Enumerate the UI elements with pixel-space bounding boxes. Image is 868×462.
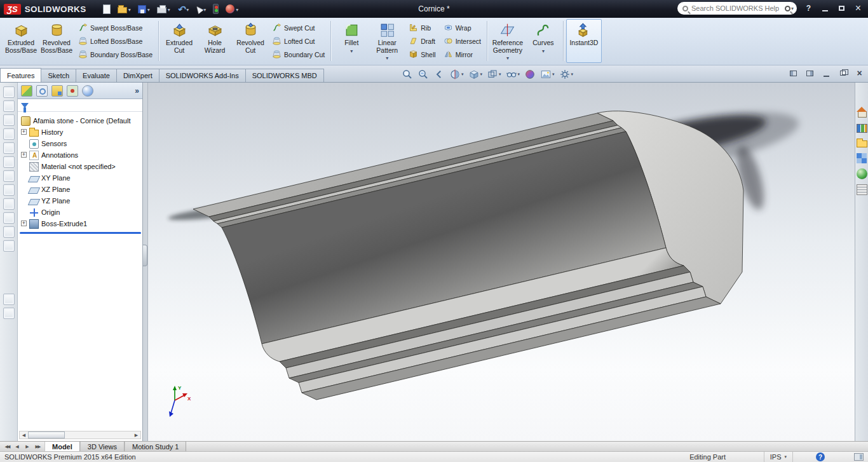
revolved-boss-base-button[interactable]: RevolvedBoss/Base [39, 19, 74, 63]
left-toolbar-icon[interactable] [3, 212, 15, 224]
scroll-right-icon[interactable] [132, 431, 140, 438]
feature-manager-tree-tab[interactable] [21, 85, 32, 97]
shell-button[interactable]: Shell [406, 48, 438, 61]
pane-left-button[interactable] [789, 69, 798, 78]
zoom-to-fit-button[interactable] [400, 67, 414, 81]
left-toolbar-icon[interactable] [3, 114, 15, 126]
next-sheet-icon[interactable] [24, 444, 31, 449]
boundary-boss-base-button[interactable]: Boundary Boss/Base [76, 48, 155, 61]
panel-splitter[interactable] [143, 83, 148, 441]
left-toolbar-icon[interactable] [3, 184, 15, 196]
scrollbar-thumb[interactable] [28, 431, 65, 438]
task-pane-toggle-icon[interactable] [854, 453, 864, 461]
tab-dimxpert[interactable]: DimXpert [116, 69, 159, 82]
view-settings-button[interactable] [558, 67, 575, 81]
expand-icon[interactable] [21, 129, 27, 135]
swept-boss-base-button[interactable]: Swept Boss/Base [76, 22, 155, 34]
tab-solidworks-add-ins[interactable]: SOLIDWORKS Add-Ins [159, 69, 246, 82]
custom-properties-icon[interactable] [857, 184, 867, 195]
lofted-cut-button[interactable]: Lofted Cut [269, 35, 327, 48]
property-manager-tab[interactable] [36, 85, 48, 97]
prev-sheet-icon[interactable] [13, 444, 21, 449]
restore-document-button[interactable] [838, 69, 848, 78]
maximize-button[interactable] [834, 2, 849, 15]
lofted-boss-base-button[interactable]: Lofted Boss/Base [76, 35, 155, 48]
status-help-icon[interactable] [816, 452, 825, 461]
left-toolbar-icon[interactable] [3, 142, 15, 154]
tree-item-material[interactable]: Material <not specified> [19, 161, 142, 172]
first-sheet-icon[interactable] [3, 444, 11, 449]
minimize-button[interactable] [818, 2, 832, 15]
tab-features[interactable]: Features [0, 68, 41, 82]
rib-button[interactable]: Rib [406, 22, 438, 34]
fillet-button[interactable]: Fillet [334, 19, 369, 63]
new-document-button[interactable] [100, 2, 113, 16]
graphics-viewport[interactable]: Y X [148, 83, 855, 441]
section-view-button[interactable] [448, 67, 465, 81]
tree-item-boss-extrude1[interactable]: Boss-Extrude1 [19, 218, 142, 229]
minimize-document-button[interactable] [822, 69, 831, 78]
view-palette-icon[interactable] [857, 153, 862, 158]
close-button[interactable] [851, 2, 865, 15]
tree-item-sensors[interactable]: Sensors [19, 138, 142, 149]
intersect-button[interactable]: Intersect [441, 35, 484, 48]
left-toolbar-icon[interactable] [3, 156, 15, 168]
left-toolbar-icon[interactable] [3, 308, 15, 319]
extruded-boss-base-button[interactable]: ExtrudedBoss/Base [3, 19, 39, 63]
print-button[interactable] [154, 2, 173, 16]
open-button[interactable] [115, 2, 133, 16]
appearances-icon[interactable] [857, 168, 867, 179]
file-explorer-icon[interactable] [857, 140, 867, 147]
search-submit-button[interactable] [785, 6, 794, 11]
instant3d-button[interactable]: Instant3D [566, 19, 602, 63]
units-selector[interactable]: IPS [764, 452, 793, 462]
hide-show-items-button[interactable] [505, 67, 522, 81]
tab-motion-study-1[interactable]: Motion Study 1 [125, 442, 186, 451]
rebuild-button[interactable] [210, 2, 221, 16]
curves-button[interactable]: Curves [526, 19, 561, 63]
left-toolbar-icon[interactable] [3, 294, 15, 305]
tab-3d-views[interactable]: 3D Views [80, 442, 125, 451]
revolved-cut-button[interactable]: RevolvedCut [233, 19, 268, 63]
last-sheet-icon[interactable] [34, 444, 41, 449]
tab-solidworks-mbd[interactable]: SOLIDWORKS MBD [245, 69, 324, 82]
expand-icon[interactable] [21, 221, 27, 226]
panel-horizontal-scrollbar[interactable] [19, 431, 141, 439]
select-button[interactable] [193, 2, 208, 16]
boundary-cut-button[interactable]: Boundary Cut [269, 48, 327, 61]
close-document-button[interactable] [855, 69, 864, 78]
solidworks-resources-icon[interactable] [857, 107, 867, 118]
swept-cut-button[interactable]: Swept Cut [269, 22, 327, 34]
zoom-to-area-button[interactable] [416, 67, 430, 81]
help-search-input[interactable]: Search SOLIDWORKS Help [677, 2, 797, 15]
previous-view-button[interactable] [432, 67, 446, 81]
undo-button[interactable]: ↶ [175, 2, 192, 16]
edit-appearance-button[interactable] [523, 67, 537, 81]
tabs-overflow-chevron[interactable] [135, 86, 139, 95]
rollback-bar[interactable] [20, 232, 141, 234]
design-library-icon[interactable] [857, 124, 867, 133]
pane-right-button[interactable] [805, 69, 815, 78]
left-toolbar-icon[interactable] [3, 226, 15, 238]
view-orientation-button[interactable] [467, 67, 484, 81]
mirror-button[interactable]: Mirror [441, 48, 484, 61]
tab-model[interactable]: Model [44, 442, 80, 451]
save-button[interactable] [135, 2, 153, 16]
draft-button[interactable]: Draft [406, 35, 438, 48]
tree-item-xy-plane[interactable]: XY Plane [19, 172, 142, 184]
tree-item-xz-plane[interactable]: XZ Plane [19, 184, 142, 195]
help-button[interactable] [801, 2, 816, 15]
left-toolbar-icon[interactable] [3, 128, 15, 140]
reference-geometry-button[interactable]: ReferenceGeometry [490, 19, 526, 63]
expand-icon[interactable] [21, 152, 27, 158]
extruded-cut-button[interactable]: ExtrudedCut [161, 19, 197, 63]
tree-item-yz-plane[interactable]: YZ Plane [19, 195, 142, 207]
scroll-left-icon[interactable] [20, 431, 28, 438]
apply-scene-button[interactable] [539, 67, 556, 81]
display-manager-tab[interactable] [82, 85, 93, 97]
appearance-button[interactable] [223, 2, 241, 16]
filter-icon[interactable] [21, 103, 29, 108]
wrap-button[interactable]: Wrap [441, 22, 484, 34]
tree-item-annotations[interactable]: Annotations [19, 149, 142, 161]
dimxpert-manager-tab[interactable] [67, 85, 78, 97]
